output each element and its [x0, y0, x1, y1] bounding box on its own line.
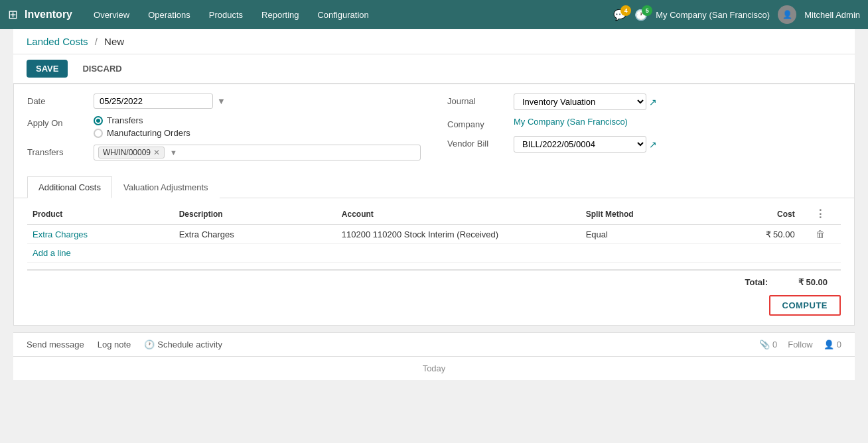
add-line-button[interactable]: Add a line	[33, 248, 71, 258]
form-section: Date ▼ Apply On Transfers	[14, 84, 854, 176]
date-row: Date ▼	[27, 94, 421, 109]
col-header-account: Account	[336, 204, 581, 225]
top-navigation: ⊞ Inventory Overview Operations Products…	[0, 0, 868, 29]
company-selector[interactable]: My Company (San Francisco)	[656, 10, 770, 20]
transfer-tag-value: WH/IN/00009	[103, 148, 151, 157]
journal-field-wrap: Inventory Valuation ↗	[514, 94, 841, 110]
product-link[interactable]: Extra Charges	[33, 229, 88, 239]
nav-overview[interactable]: Overview	[86, 6, 137, 24]
breadcrumb: Landed Costs / New	[13, 29, 855, 54]
table-menu-icon[interactable]: ⋮	[815, 208, 826, 220]
col-header-description: Description	[174, 204, 336, 225]
nav-configuration[interactable]: Configuration	[309, 6, 376, 24]
cell-split-method: Equal	[581, 225, 703, 244]
avatar: 👤	[778, 5, 796, 24]
company-label: Company	[447, 117, 514, 129]
company-link[interactable]: My Company (San Francisco)	[514, 117, 628, 127]
radio-transfers-circle	[94, 116, 103, 125]
journal-label: Journal	[447, 94, 514, 106]
transfers-field-wrap: WH/IN/00009 ✕ ▼	[94, 145, 421, 160]
radio-manufacturing[interactable]: Manufacturing Orders	[94, 128, 421, 138]
add-line-cell: Add a line	[27, 244, 841, 263]
cell-cost: ₹ 50.00	[703, 225, 800, 244]
apply-on-label: Apply On	[27, 115, 94, 128]
vendor-bill-row: Vendor Bill BILL/2022/05/0004 ↗	[447, 136, 841, 153]
nav-products[interactable]: Products	[201, 6, 251, 24]
nav-reporting[interactable]: Reporting	[253, 6, 307, 24]
tab-valuation-adjustments[interactable]: Valuation Adjustments	[112, 176, 220, 198]
form-right: Journal Inventory Valuation ↗ Company My…	[447, 94, 841, 167]
transfers-dropdown-icon[interactable]: ▼	[170, 149, 177, 157]
radio-transfers-label: Transfers	[107, 115, 143, 125]
col-header-product: Product	[27, 204, 174, 225]
chatter-right: 📎 0 Follow 👤 0	[759, 340, 841, 349]
total-row: Total: ₹ 50.00	[27, 270, 841, 290]
col-header-split-method: Split Method	[581, 204, 703, 225]
chatter-bar: Send message Log note 🕐 Schedule activit…	[13, 332, 855, 356]
followers-number: 0	[837, 340, 841, 349]
schedule-activity-label: Schedule activity	[157, 340, 222, 349]
follow-label: Follow	[788, 340, 813, 349]
compute-area: COMPUTE	[14, 290, 854, 325]
followers-count[interactable]: 👤 0	[824, 340, 841, 349]
app-title: Inventory	[25, 9, 72, 21]
table-section: Product Description Account Split Method…	[14, 204, 854, 269]
apply-on-row: Apply On Transfers Manufacturing Orders	[27, 115, 421, 138]
radio-manufacturing-circle	[94, 129, 103, 138]
breadcrumb-parent[interactable]: Landed Costs	[27, 36, 88, 47]
radio-transfers[interactable]: Transfers	[94, 115, 421, 125]
table-row: Extra Charges Extra Charges 110200 11020…	[27, 225, 841, 244]
date-dropdown-icon[interactable]: ▼	[217, 96, 226, 106]
add-line-row: Add a line	[27, 244, 841, 263]
cell-delete: 🗑	[800, 225, 841, 244]
costs-table: Product Description Account Split Method…	[27, 204, 841, 263]
col-header-cost: Cost	[703, 204, 800, 225]
log-note-button[interactable]: Log note	[98, 340, 131, 349]
user-menu[interactable]: Mitchell Admin	[804, 10, 860, 20]
discard-button[interactable]: DISCARD	[73, 60, 131, 78]
delete-row-icon[interactable]: 🗑	[816, 229, 825, 239]
table-header-row: Product Description Account Split Method…	[27, 204, 841, 225]
activities-icon[interactable]: 🕐 5	[634, 9, 648, 21]
main-content: Landed Costs / New SAVE DISCARD Date ▼	[0, 29, 868, 393]
paperclip-icon: 📎	[759, 340, 770, 349]
journal-external-link[interactable]: ↗	[649, 97, 657, 107]
nav-operations[interactable]: Operations	[140, 6, 198, 24]
nav-right: 💬 4 🕐 5 My Company (San Francisco) 👤 Mit…	[613, 5, 860, 24]
breadcrumb-separator: /	[95, 36, 98, 47]
transfer-tag-close[interactable]: ✕	[153, 148, 160, 157]
vendor-bill-field-wrap: BILL/2022/05/0004 ↗	[514, 136, 841, 153]
timeline-today-label: Today	[423, 363, 446, 373]
date-field-wrap: ▼	[94, 94, 421, 109]
journal-row: Journal Inventory Valuation ↗	[447, 94, 841, 110]
vendor-bill-select[interactable]: BILL/2022/05/0004	[514, 136, 646, 153]
activity-badge: 5	[642, 5, 652, 16]
send-message-button[interactable]: Send message	[27, 340, 84, 349]
transfer-tag: WH/IN/00009 ✕	[98, 147, 165, 158]
company-value: My Company (San Francisco)	[514, 117, 841, 127]
person-icon: 👤	[824, 340, 834, 349]
nav-menu: Overview Operations Products Reporting C…	[86, 6, 377, 24]
compute-button[interactable]: COMPUTE	[769, 295, 841, 316]
breadcrumb-current: New	[104, 36, 124, 47]
messages-icon[interactable]: 💬 4	[613, 9, 626, 21]
total-label: Total:	[745, 277, 768, 287]
tab-additional-costs[interactable]: Additional Costs	[27, 176, 112, 198]
vendor-bill-external-link[interactable]: ↗	[649, 139, 657, 150]
date-input[interactable]	[94, 94, 213, 109]
attachment-number: 0	[772, 340, 777, 349]
apply-on-options: Transfers Manufacturing Orders	[94, 115, 421, 138]
follow-button[interactable]: Follow	[788, 340, 813, 349]
apps-icon[interactable]: ⊞	[8, 7, 18, 22]
save-button[interactable]: SAVE	[27, 60, 68, 78]
schedule-activity-button[interactable]: 🕐 Schedule activity	[144, 340, 222, 349]
transfers-row: Transfers WH/IN/00009 ✕ ▼	[27, 145, 421, 160]
vendor-bill-label: Vendor Bill	[447, 136, 514, 149]
cell-description: Extra Charges	[174, 225, 336, 244]
total-value: ₹ 50.00	[781, 277, 828, 287]
attachment-count[interactable]: 📎 0	[759, 340, 777, 349]
journal-select[interactable]: Inventory Valuation	[514, 94, 646, 110]
date-label: Date	[27, 94, 94, 106]
form-left: Date ▼ Apply On Transfers	[27, 94, 421, 167]
transfers-input[interactable]: WH/IN/00009 ✕ ▼	[94, 145, 421, 160]
